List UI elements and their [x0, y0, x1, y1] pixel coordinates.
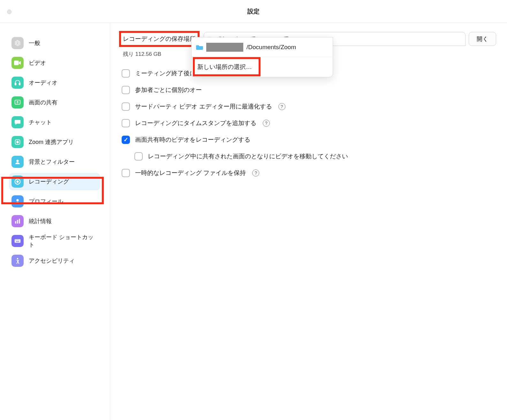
svg-rect-18 — [19, 240, 19, 240]
svg-rect-0 — [14, 61, 19, 65]
option-label: 一時的なレコーディング ファイルを保持 — [135, 169, 246, 177]
sidebar-item-label: Zoom 連携アプリ — [29, 138, 74, 146]
dropdown-alt-path-suffix: /Documents/Zoom — [246, 44, 296, 51]
keyboard-icon — [11, 235, 24, 247]
window-close-dot[interactable] — [7, 10, 11, 14]
location-dropdown-menu: /Documents/Zoom 新しい場所の選択… — [191, 37, 333, 77]
chat-icon — [11, 116, 24, 128]
accessibility-icon — [11, 255, 24, 267]
svg-rect-11 — [17, 220, 18, 224]
svg-rect-12 — [19, 219, 20, 224]
svg-rect-17 — [18, 240, 18, 240]
sidebar-item-recording[interactable]: レコーディング — [9, 173, 100, 190]
option-row: 一時的なレコーディング ファイルを保持 ? — [122, 169, 496, 177]
option-label: サードパーティ ビデオ エディター用に最適化する — [135, 102, 272, 111]
apps-icon — [11, 136, 24, 148]
help-icon[interactable]: ? — [278, 103, 285, 110]
sidebar-item-audio[interactable]: オーディオ — [9, 74, 100, 91]
dropdown-choose-new-label: 新しい場所の選択… — [196, 64, 253, 70]
checkbox-after-meeting[interactable] — [122, 69, 130, 78]
svg-rect-19 — [16, 241, 19, 242]
checkbox-record-video-during-share[interactable]: ✓ — [122, 136, 130, 144]
svg-point-8 — [16, 180, 19, 183]
svg-point-5 — [17, 141, 19, 143]
svg-point-20 — [17, 258, 19, 259]
sidebar-item-keyboard-shortcuts[interactable]: キーボード ショートカット — [9, 232, 100, 250]
gear-icon — [11, 37, 24, 49]
option-label: レコーディングにタイムスタンプを追加する — [135, 119, 256, 127]
option-row-sub: レコーディング中に共有された画面のとなりにビデオを移動してください — [134, 152, 496, 161]
sidebar-item-label: キーボード ショートカット — [29, 233, 98, 249]
open-location-button[interactable]: 開く — [469, 32, 496, 46]
option-row: レコーディングにタイムスタンプを追加する ? — [122, 119, 496, 127]
help-icon[interactable]: ? — [263, 120, 270, 127]
sidebar-item-label: 画面の共有 — [29, 99, 57, 106]
svg-rect-1 — [15, 83, 16, 85]
window-title: 設定 — [247, 7, 260, 16]
sidebar-item-label: レコーディング — [29, 178, 69, 185]
redacted-path-segment — [206, 43, 243, 52]
dropdown-item-alt-path[interactable]: /Documents/Zoom — [192, 37, 333, 57]
svg-rect-10 — [15, 221, 16, 224]
sidebar-item-statistics[interactable]: 統計情報 — [9, 213, 100, 230]
sidebar-item-label: アクセシビリティ — [29, 257, 75, 265]
share-screen-icon — [11, 96, 24, 109]
svg-rect-15 — [15, 240, 16, 240]
profile-icon — [11, 195, 24, 207]
sidebar-item-accessibility[interactable]: アクセシビリティ — [9, 252, 100, 269]
option-label: レコーディング中に共有された画面のとなりにビデオを移動してください — [148, 152, 348, 161]
sidebar-item-general[interactable]: 一般 — [9, 34, 100, 52]
sidebar-item-video[interactable]: ビデオ — [9, 54, 100, 71]
svg-rect-14 — [15, 239, 20, 243]
option-label: 参加者ごとに個別のオー — [135, 86, 202, 94]
sidebar-item-label: チャット — [29, 118, 52, 126]
statistics-icon — [11, 215, 24, 227]
recording-settings-pane: レコーディングの保存場所: /Users/anna/Documents/Zoom… — [110, 23, 507, 420]
sidebar-item-zoom-apps[interactable]: Zoom 連携アプリ — [9, 133, 100, 151]
help-icon[interactable]: ? — [252, 169, 259, 176]
folder-icon — [196, 44, 203, 50]
sidebar-item-profile[interactable]: プロフィール — [9, 193, 100, 210]
titlebar: 設定 — [0, 0, 507, 23]
sidebar-item-label: 統計情報 — [29, 217, 52, 225]
sidebar-item-background-filters[interactable]: 背景とフィルター — [9, 153, 100, 170]
sidebar-item-label: プロフィール — [29, 198, 63, 205]
svg-rect-16 — [16, 240, 17, 240]
option-label: 画面共有時のビデオをレコーディングする — [135, 136, 250, 144]
record-icon — [11, 176, 24, 188]
checkbox-optimize-3rd-party[interactable] — [122, 102, 130, 111]
checkbox-keep-temp-files[interactable] — [122, 169, 130, 177]
headphones-icon — [11, 77, 24, 89]
open-button-label: 開く — [477, 36, 488, 42]
sidebar-item-share-screen[interactable]: 画面の共有 — [9, 94, 100, 111]
video-icon — [11, 57, 24, 69]
settings-sidebar: 一般 ビデオ オーディオ 画面の共有 チャット — [0, 23, 110, 420]
checkbox-move-video-next-to-share[interactable] — [134, 152, 143, 161]
svg-point-6 — [16, 160, 19, 162]
option-row: サードパーティ ビデオ エディター用に最適化する ? — [122, 102, 496, 111]
checkbox-add-timestamp[interactable] — [122, 119, 130, 127]
svg-rect-2 — [19, 83, 20, 85]
option-row: ✓ 画面共有時のビデオをレコーディングする — [122, 136, 496, 144]
dropdown-item-choose-new[interactable]: 新しい場所の選択… — [192, 57, 333, 77]
svg-point-9 — [16, 199, 19, 201]
sidebar-item-label: 背景とフィルター — [29, 158, 75, 166]
option-row: 参加者ごとに個別のオー — [122, 86, 496, 94]
background-icon — [11, 156, 24, 168]
recording-location-label: レコーディングの保存場所: — [122, 35, 199, 42]
sidebar-item-label: ビデオ — [29, 59, 46, 67]
sidebar-item-label: オーディオ — [29, 79, 57, 86]
sidebar-item-label: 一般 — [29, 39, 40, 47]
checkbox-per-participant-audio[interactable] — [122, 86, 130, 94]
sidebar-item-chat[interactable]: チャット — [9, 114, 100, 131]
